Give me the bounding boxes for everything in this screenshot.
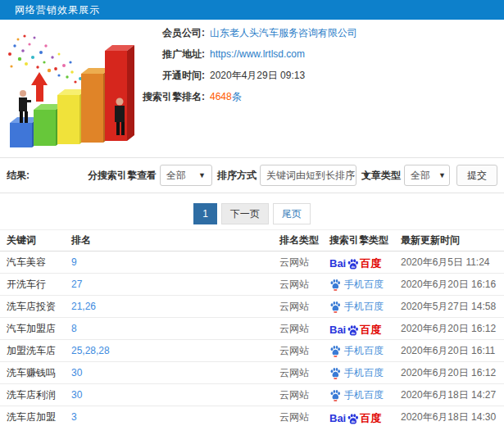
info-row-open-time: 开通时间: 2020年4月29日 09:13 <box>0 69 500 82</box>
table-header-row: 关键词 排名 排名类型 搜索引擎类型 最新更新时间 <box>0 230 504 252</box>
promo-url-link[interactable]: https://www.lrtlsd.com <box>210 48 305 60</box>
article-type-label: 文章类型 <box>361 169 401 183</box>
engine-cell: 手机百度 <box>329 388 401 402</box>
baidu-logo-bai-text: Bai <box>329 413 346 424</box>
rank-type-cell: 云网站 <box>279 366 329 380</box>
keyword-cell: 加盟洗车店 <box>0 344 71 358</box>
rank-link[interactable]: 3 <box>71 411 279 423</box>
rank-type-cell: 云网站 <box>279 256 329 270</box>
last-page-button[interactable]: 尾页 <box>273 203 311 224</box>
next-page-button[interactable]: 下一页 <box>221 203 269 224</box>
baidu-logo-cn-text: 百度 <box>360 324 381 335</box>
rank-type-cell: 云网站 <box>279 278 329 292</box>
mobile-baidu-paw-icon <box>329 279 341 291</box>
table-row: 开洗车行 27 云网站 手机百度 2020年6月20日 16:16 <box>0 274 504 296</box>
page-button-current[interactable]: 1 <box>193 203 217 224</box>
mobile-baidu-logo: 手机百度 <box>329 300 384 314</box>
engine-filter-select[interactable]: 全部 ▼ <box>160 165 212 186</box>
keyword-cell: 洗车店投资 <box>0 300 71 314</box>
mobile-baidu-logo: 手机百度 <box>329 278 384 292</box>
updated-time-cell: 2020年5月27日 14:58 <box>401 300 504 314</box>
col-header-keyword: 关键词 <box>0 233 71 247</box>
page: 网络营销效果展示 <box>0 0 504 426</box>
updated-time-cell: 2020年6月18日 14:27 <box>401 388 504 402</box>
rank-link[interactable]: 27 <box>71 279 279 290</box>
rank-count-unit: 条 <box>232 91 242 102</box>
rank-type-cell: 云网站 <box>279 300 329 314</box>
mobile-baidu-label: 手机百度 <box>344 366 384 380</box>
table-row: 洗车店加盟 3 云网站 Bai du 百度 2020年6月18日 14:30 <box>0 406 504 426</box>
rank-link[interactable]: 30 <box>71 367 279 378</box>
promo-url-label: 推广地址: <box>0 48 205 61</box>
svg-text:du: du <box>352 419 356 423</box>
mobile-baidu-logo: 手机百度 <box>329 388 384 402</box>
updated-time-cell: 2020年6月20日 16:16 <box>401 278 504 292</box>
table-row: 洗车店投资 21,26 云网站 手机百度 2020年5月27日 14:58 <box>0 296 504 318</box>
rank-link[interactable]: 21,26 <box>71 301 279 312</box>
filter-bar: 结果: 分搜索引擎查看 全部 ▼ 排序方式 关键词由短到长排序 ▼ 文章类型 全… <box>0 157 504 193</box>
svg-text:du: du <box>352 330 356 334</box>
rank-type-cell: 云网站 <box>279 322 329 336</box>
engine-filter-label: 分搜索引擎查看 <box>88 169 157 183</box>
rank-type-cell: 云网站 <box>279 410 329 424</box>
submit-button[interactable]: 提交 <box>456 165 497 186</box>
company-label: 会员公司: <box>0 26 205 40</box>
sort-order-select[interactable]: 关键词由短到长排序 ▼ <box>260 165 356 186</box>
col-header-rank-type: 排名类型 <box>279 233 329 247</box>
rank-link[interactable]: 30 <box>71 389 279 401</box>
mobile-baidu-label: 手机百度 <box>344 300 384 314</box>
info-row-url: 推广地址: https://www.lrtlsd.com <box>0 48 500 61</box>
mobile-baidu-paw-icon <box>329 389 341 401</box>
rank-link[interactable]: 9 <box>71 256 279 268</box>
info-row-company: 会员公司: 山东老人头汽车服务咨询有限公司 <box>0 26 500 39</box>
baidu-logo-bai-text: Bai <box>329 324 346 335</box>
keyword-cell: 洗车赚钱吗 <box>0 366 71 380</box>
keyword-cell: 开洗车行 <box>0 278 71 292</box>
article-type-value: 全部 <box>411 169 430 183</box>
rank-count-number: 4648 <box>210 91 232 102</box>
mobile-baidu-paw-icon <box>329 367 341 379</box>
rank-count-value: 4648条 <box>210 90 242 104</box>
baidu-paw-icon: du <box>347 324 359 337</box>
keyword-cell: 洗车店利润 <box>0 388 71 402</box>
page-title: 网络营销效果展示 <box>0 3 100 17</box>
mobile-baidu-label: 手机百度 <box>344 344 384 358</box>
rank-type-cell: 云网站 <box>279 344 329 358</box>
engine-cell: 手机百度 <box>329 344 401 358</box>
baidu-logo-bai-text: Bai <box>329 258 346 269</box>
company-name-link[interactable]: 山东老人头汽车服务咨询有限公司 <box>210 26 357 40</box>
keyword-cell: 洗车店加盟 <box>0 410 71 424</box>
baidu-logo: Bai du 百度 <box>329 323 381 335</box>
table-row: 洗车赚钱吗 30 云网站 手机百度 2020年6月20日 16:12 <box>0 362 504 384</box>
updated-time-cell: 2020年6月5日 11:24 <box>401 256 504 270</box>
rank-link[interactable]: 25,28,28 <box>71 345 279 356</box>
mobile-baidu-label: 手机百度 <box>344 388 384 402</box>
updated-time-cell: 2020年6月18日 14:30 <box>401 410 504 424</box>
table-row: 汽车美容 9 云网站 Bai du 百度 2020年6月5日 11:24 <box>0 252 504 274</box>
engine-cell: Bai du 百度 <box>329 411 401 424</box>
engine-cell: Bai du 百度 <box>329 256 401 269</box>
open-time-label: 开通时间: <box>0 69 205 83</box>
article-type-select[interactable]: 全部 ▼ <box>404 165 450 186</box>
keyword-cell: 汽车加盟店 <box>0 322 71 336</box>
mobile-baidu-logo: 手机百度 <box>329 366 384 380</box>
table-body: 汽车美容 9 云网站 Bai du 百度 2020年6月5日 11:24 开洗车… <box>0 252 504 426</box>
baidu-logo-cn-text: 百度 <box>360 413 381 424</box>
baidu-paw-icon: du <box>347 258 359 270</box>
mobile-baidu-label: 手机百度 <box>344 278 384 292</box>
col-header-updated: 最新更新时间 <box>401 233 504 247</box>
sort-order-value: 关键词由短到长排序 <box>266 169 355 183</box>
baidu-logo: Bai du 百度 <box>329 256 381 269</box>
engine-cell: Bai du 百度 <box>329 323 401 335</box>
sort-order-label: 排序方式 <box>217 169 257 183</box>
engine-cell: 手机百度 <box>329 300 401 314</box>
info-row-rank-count: 搜索引擎排名: 4648条 <box>0 90 500 103</box>
svg-text:du: du <box>352 264 356 268</box>
header-bar: 网络营销效果展示 <box>0 0 504 20</box>
rank-link[interactable]: 8 <box>71 323 279 334</box>
baidu-logo: Bai du 百度 <box>329 411 381 424</box>
table-row: 汽车加盟店 8 云网站 Bai du 百度 2020年6月20日 16:12 <box>0 318 504 340</box>
table-row: 加盟洗车店 25,28,28 云网站 手机百度 2020年6月20日 16:11 <box>0 340 504 362</box>
mobile-baidu-logo: 手机百度 <box>329 344 384 358</box>
rank-type-cell: 云网站 <box>279 388 329 402</box>
